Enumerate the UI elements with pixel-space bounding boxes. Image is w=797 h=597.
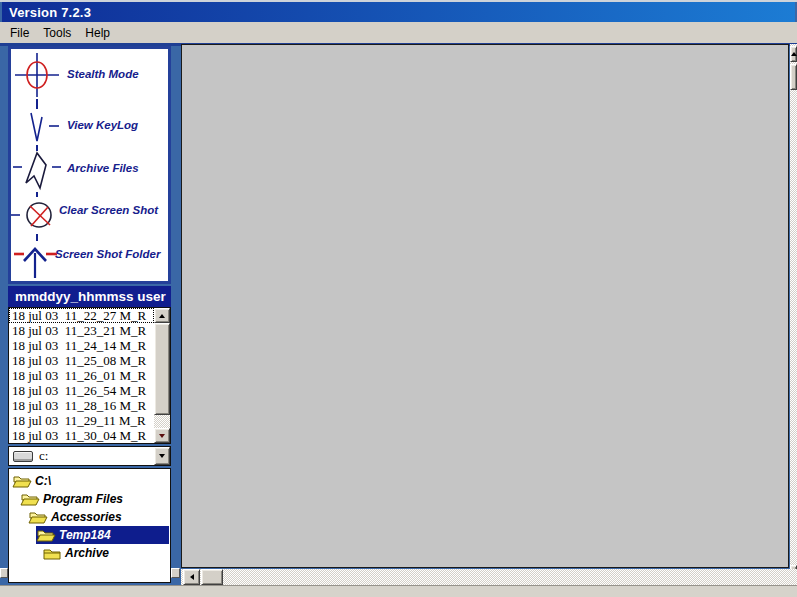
tree-item-archive[interactable]: Archive xyxy=(42,544,169,562)
log-entry[interactable]: 18 jul 03 11_25_08 M_R xyxy=(9,353,154,368)
log-entry[interactable]: 18 jul 03 11_26_54 M_R xyxy=(9,383,154,398)
tree-item-label: C:\ xyxy=(35,474,51,488)
horizontal-scrollbar[interactable] xyxy=(181,569,797,585)
action-clear-screenshot-label[interactable]: Clear Screen Shot xyxy=(59,204,158,216)
connector-dashed-line xyxy=(36,99,38,109)
tree-item-temp184[interactable]: Temp184 xyxy=(36,526,169,544)
drive-selector[interactable]: c: xyxy=(8,446,171,466)
drive-icon xyxy=(13,451,33,462)
open-folder-icon xyxy=(28,510,48,525)
log-entry[interactable]: 18 jul 03 11_26_01 M_R xyxy=(9,368,154,383)
tree-item-label: Program Files xyxy=(43,492,123,506)
vertical-scrollbar-thumb[interactable] xyxy=(790,64,797,90)
frame-notch xyxy=(0,568,8,578)
folder-tree: C:\ Program Files Accessories xyxy=(8,468,171,583)
frame-notch xyxy=(171,568,180,578)
log-entry[interactable]: 18 jul 03 11_22_27 M_R xyxy=(9,308,154,323)
log-list: 18 jul 03 11_22_27 M_R 18 jul 03 11_23_2… xyxy=(8,307,171,444)
menu-help[interactable]: Help xyxy=(78,24,117,42)
menu-bar: File Tools Help xyxy=(0,22,797,43)
sidebar-actions-panel: Stealth Mode View KeyLog Archive Files xyxy=(8,46,171,284)
circle-cross-icon[interactable] xyxy=(11,197,63,233)
tree-item-program-files[interactable]: Program Files xyxy=(20,490,169,508)
log-scrollbar-thumb[interactable] xyxy=(154,323,170,415)
title-bar[interactable]: Version 7.2.3 xyxy=(2,2,795,22)
closed-folder-icon xyxy=(42,546,62,561)
tree-item-c-drive[interactable]: C:\ xyxy=(12,472,169,490)
horizontal-scrollbar-track[interactable] xyxy=(181,569,797,585)
open-folder-icon xyxy=(36,528,56,543)
tree-item-label: Archive xyxy=(65,546,109,560)
arrowhead-icon[interactable] xyxy=(13,151,61,191)
horizontal-scrollbar-thumb[interactable] xyxy=(201,569,223,585)
keylog-check-icon[interactable] xyxy=(23,110,63,144)
vertical-scrollbar[interactable] xyxy=(790,44,797,585)
action-stealth-mode-label[interactable]: Stealth Mode xyxy=(67,68,139,80)
log-scroll-up-button[interactable] xyxy=(154,308,170,323)
tree-item-accessories[interactable]: Accessories xyxy=(28,508,169,526)
log-entry[interactable]: 18 jul 03 11_28_16 M_R xyxy=(9,398,154,413)
vertical-scrollbar-track[interactable] xyxy=(790,44,797,585)
open-folder-icon xyxy=(20,492,40,507)
action-archive-files-label[interactable]: Archive Files xyxy=(67,162,139,174)
log-entry[interactable]: 18 jul 03 11_29_11 M_R xyxy=(9,413,154,428)
drive-dropdown-button[interactable] xyxy=(154,447,170,465)
action-view-keylog-label[interactable]: View KeyLog xyxy=(67,119,138,131)
menu-file[interactable]: File xyxy=(3,24,36,42)
connector-dashed-line xyxy=(36,234,38,241)
log-entry[interactable]: 18 jul 03 11_23_21 M_R xyxy=(9,323,154,338)
tree-item-label: Temp184 xyxy=(59,528,111,542)
log-entry[interactable]: 18 jul 03 11_30_04 M_R xyxy=(9,428,154,443)
menu-tools[interactable]: Tools xyxy=(36,24,78,42)
scroll-up-button[interactable] xyxy=(790,46,797,62)
window-bottom-frame xyxy=(0,585,797,597)
app-window: Version 7.2.3 File Tools Help Stealth Mo… xyxy=(0,0,797,597)
tree-item-label: Accessories xyxy=(51,510,122,524)
window-title: Version 7.2.3 xyxy=(9,5,91,20)
scroll-left-button[interactable] xyxy=(183,569,200,585)
action-screenshot-folder-label[interactable]: Screen Shot Folder xyxy=(55,248,160,260)
drive-selector-value: c: xyxy=(39,448,48,464)
log-entry[interactable]: 18 jul 03 11_24_14 M_R xyxy=(9,338,154,353)
log-list-header: mmddyy_hhmmss user xyxy=(8,286,171,307)
open-folder-icon xyxy=(12,474,32,489)
main-content-area[interactable] xyxy=(181,44,789,568)
log-scroll-down-button[interactable] xyxy=(154,428,170,443)
crosshair-icon[interactable] xyxy=(13,53,61,97)
